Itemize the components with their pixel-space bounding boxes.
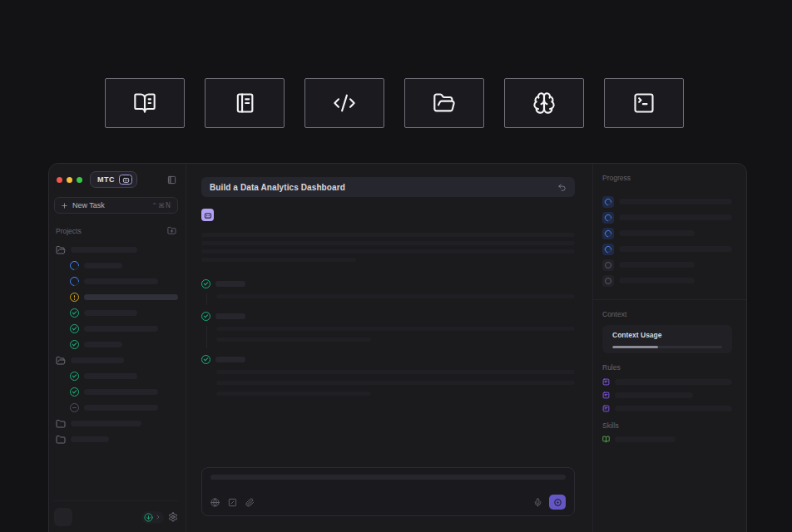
skeleton-bar (619, 199, 732, 204)
tree-item[interactable] (54, 273, 178, 289)
task-title-bar[interactable]: Build a Data Analytics Dashboard (201, 177, 575, 197)
folder-icon (56, 435, 66, 445)
tree-item[interactable] (54, 258, 178, 273)
rule-item[interactable] (602, 392, 732, 399)
mic-button[interactable] (533, 498, 542, 507)
rule-item[interactable] (602, 378, 732, 386)
add-project-button[interactable] (167, 226, 176, 235)
skeleton-bar (71, 357, 124, 363)
launcher-code-button[interactable] (304, 78, 384, 128)
minimize-button[interactable] (67, 177, 72, 183)
app-badge[interactable]: MTC (90, 171, 137, 188)
tree-item[interactable] (54, 400, 178, 416)
slash-square-icon (228, 498, 237, 507)
status-icon (70, 387, 79, 397)
tree-item[interactable] (54, 431, 178, 447)
task-steps (201, 266, 575, 402)
skeleton-bar (215, 357, 245, 362)
skeleton-bar (619, 230, 695, 236)
attach-button[interactable] (245, 498, 255, 507)
step-header (201, 279, 575, 288)
slash-command-button[interactable] (228, 498, 237, 507)
tree-item[interactable] (54, 242, 178, 258)
skeleton-line (201, 233, 575, 237)
tree-item[interactable] (54, 416, 178, 431)
launcher-terminal-button[interactable] (604, 78, 684, 128)
progress-item[interactable] (602, 212, 732, 224)
chevron-right-icon (155, 514, 161, 520)
tree-item[interactable] (54, 352, 178, 368)
launcher-docs-button[interactable] (105, 78, 185, 128)
tree-item[interactable] (54, 305, 178, 321)
new-task-button[interactable]: New Task ⌃⌘N (54, 197, 178, 214)
new-task-shortcut: ⌃⌘N (151, 202, 171, 209)
rule-icon (602, 405, 610, 412)
gear-icon (168, 512, 178, 522)
send-button[interactable] (549, 495, 566, 510)
composer-placeholder-skeleton (210, 475, 566, 480)
message-composer[interactable] (201, 467, 575, 516)
context-usage-label: Context Usage (612, 332, 722, 339)
close-button[interactable] (57, 177, 62, 183)
terminal-icon (632, 91, 656, 115)
project-tree (54, 242, 178, 447)
tree-item[interactable] (54, 321, 178, 337)
progress-list (602, 196, 732, 287)
avatar[interactable] (54, 508, 72, 526)
progress-status-icon (602, 259, 614, 271)
zoom-button[interactable] (77, 177, 82, 183)
progress-item[interactable] (602, 244, 732, 255)
code-icon (333, 91, 356, 115)
undo-icon (557, 183, 567, 192)
tree-item[interactable] (54, 289, 178, 305)
sidebar-footer (54, 508, 178, 526)
progress-label: Progress (602, 175, 732, 182)
progress-status-icon (602, 275, 614, 287)
settings-button[interactable] (168, 512, 178, 522)
skeleton-bar (84, 342, 122, 347)
progress-item[interactable] (602, 275, 732, 287)
skeleton-line (216, 370, 575, 374)
rule-item[interactable] (602, 405, 732, 412)
page: MTC New Task ⌃⌘N Projects (0, 0, 792, 532)
skeleton-line (201, 258, 356, 262)
undo-button[interactable] (557, 183, 567, 192)
launcher-notebook-button[interactable] (205, 78, 285, 128)
task-step (201, 312, 575, 342)
folder-icon (56, 419, 66, 429)
skeleton-bar (615, 379, 732, 385)
tree-item[interactable] (54, 368, 178, 384)
folder-plus-icon (167, 226, 176, 235)
divider (593, 299, 746, 300)
skeleton-bar (84, 373, 137, 379)
progress-item[interactable] (602, 196, 732, 208)
skeleton-bar (84, 389, 158, 395)
folder-open-icon (56, 356, 66, 366)
task-step (201, 355, 575, 396)
tree-item[interactable] (54, 337, 178, 352)
skill-item[interactable] (602, 436, 732, 443)
skeleton-bar (215, 313, 245, 319)
step-header (201, 312, 575, 321)
launcher-files-button[interactable] (404, 78, 484, 128)
composer-toolbar (210, 495, 566, 510)
step-body (216, 327, 575, 342)
launcher-row (105, 78, 684, 128)
skeleton-line (216, 392, 371, 396)
skeleton-bar (71, 247, 137, 253)
status-icon (68, 275, 81, 288)
sidebar-toggle-button[interactable] (167, 175, 176, 185)
rules-label: Rules (602, 364, 732, 372)
tree-item[interactable] (54, 384, 178, 400)
skeleton-line (216, 337, 371, 342)
update-button[interactable] (141, 511, 164, 524)
progress-item[interactable] (602, 228, 732, 239)
launcher-brain-button[interactable] (504, 78, 584, 128)
progress-item[interactable] (602, 259, 732, 271)
skeleton-line (216, 381, 575, 385)
globe-button[interactable] (210, 498, 220, 507)
titlebar: MTC (54, 170, 178, 189)
download-circle-icon (144, 513, 153, 522)
notebook-icon (233, 91, 256, 115)
context-usage-card: Context Usage (602, 325, 732, 353)
